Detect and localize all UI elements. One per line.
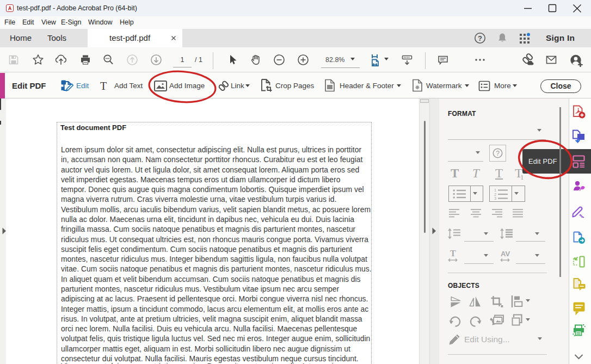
svg-text:T: T	[450, 249, 456, 258]
svg-text:?: ?	[478, 34, 482, 42]
svg-text:AV: AV	[501, 250, 510, 258]
svg-text:?: ?	[496, 150, 500, 157]
svg-text:3: 3	[494, 196, 496, 201]
